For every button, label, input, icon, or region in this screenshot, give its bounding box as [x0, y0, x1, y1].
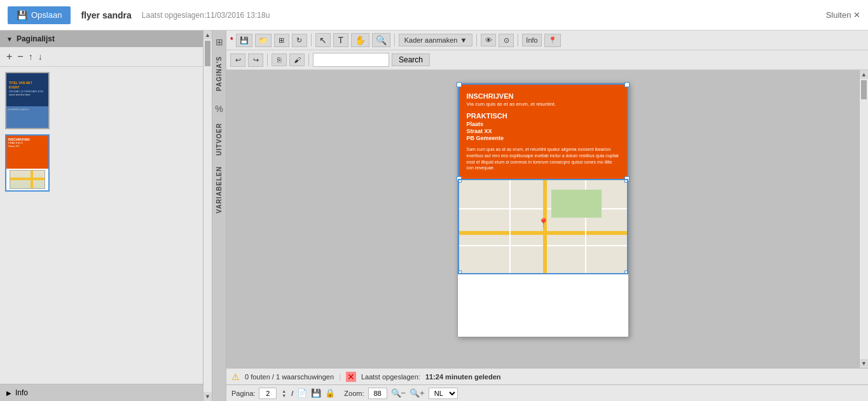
tab-paginas[interactable]: PAGINA'S [214, 52, 224, 95]
scroll-down-left[interactable]: ▼ [203, 392, 212, 401]
zoom-input[interactable] [368, 388, 387, 399]
zoom-in-btn[interactable]: 🔍+ [410, 388, 425, 398]
sep2 [394, 34, 395, 46]
editor-area: * 💾 📁 ⊞ ↻ ↖ T ✋ 🔍 Kader aanmaken ▼ 👁 ⊙ I… [226, 31, 868, 401]
toolbar1: * 💾 📁 ⊞ ↻ ↖ T ✋ 🔍 Kader aanmaken ▼ 👁 ⊙ I… [226, 31, 868, 50]
search-button[interactable]: Search [392, 53, 430, 66]
page-save-icon[interactable]: 💾 [311, 388, 321, 398]
block-line3: PB Gemeente [467, 135, 619, 141]
duplicate-icon-btn[interactable]: ⊞ [274, 34, 289, 47]
pin-btn[interactable]: 📍 [544, 34, 561, 47]
warning-icon: ⚠ [231, 372, 240, 382]
errors-text: 0 fouten / 1 waarschuwingen [245, 373, 334, 381]
page-doc-icon[interactable]: 📄 [297, 388, 307, 398]
copy-btn[interactable]: ⎘ [272, 53, 287, 66]
settings-btn[interactable]: ⊙ [499, 34, 514, 47]
info-section[interactable]: ▶ Info [0, 384, 203, 401]
redo-btn[interactable]: ↪ [248, 53, 263, 67]
sep6 [308, 53, 309, 66]
doc-title: flyer sandra [81, 10, 131, 20]
map-park [551, 190, 602, 218]
dropdown-arrow: ▼ [460, 36, 467, 44]
right-scrollbar: ▲ ▼ [859, 70, 868, 368]
page-lock-icon[interactable]: 🔒 [325, 388, 335, 398]
page-thumb-2[interactable]: 2 INSCHRIJVEN PRAKTISCH Straat XX [5, 134, 198, 192]
zoom-label: Zoom: [344, 390, 364, 397]
saved-time: 11:24 minuten geleden [425, 373, 501, 381]
paginalijst-label: Paginalijst [17, 34, 55, 43]
block-line2: Straat XX [467, 128, 619, 134]
map-sel-bl[interactable] [458, 271, 462, 274]
hand-tool-btn[interactable]: ✋ [351, 33, 369, 47]
page-input[interactable] [259, 388, 277, 399]
thumb-box-2: 2 INSCHRIJVEN PRAKTISCH Straat XX [5, 134, 50, 192]
map-road-v2 [509, 180, 511, 273]
info-btn[interactable]: Info [522, 34, 541, 46]
tab-strip: ⊞ PAGINA'S % UITVOER VARIABELEN [212, 31, 226, 401]
close-button[interactable]: Sluiten ✕ [826, 10, 860, 20]
scroll-up-left[interactable]: ▲ [203, 31, 212, 39]
tab-icon-mid[interactable]: % [215, 104, 223, 114]
info-label: Info [15, 388, 28, 397]
move-up-button[interactable]: ↑ [29, 52, 33, 62]
page-spin-up[interactable]: ▲ [280, 389, 287, 393]
select-tool-btn[interactable]: ↖ [315, 33, 331, 47]
zoom-tool-btn[interactable]: 🔍 [372, 33, 390, 47]
sep4 [518, 34, 518, 46]
sel-handle-tl[interactable] [457, 82, 462, 87]
add-page-button[interactable]: + [6, 51, 12, 62]
save-button[interactable]: 💾 Opslaan [8, 6, 71, 24]
doc-saved: Laatst opgeslagen:11/03/2016 13:18u [142, 11, 270, 20]
scroll-track-right [860, 79, 868, 359]
paginalijst-header[interactable]: ▼ Paginalijst [0, 31, 203, 47]
scroll-thumb-left[interactable] [205, 41, 210, 66]
map-sel-tr[interactable] [624, 179, 628, 183]
map-sel-tl[interactable] [458, 179, 462, 183]
tab-variabelen[interactable]: VARIABELEN [214, 162, 224, 217]
page-label: Pagina: [231, 390, 255, 397]
left-scrollbar: ▲ ▼ [203, 31, 212, 401]
block-body: Sam cum quis as et as erum, et reiuntint… [467, 146, 619, 171]
toolbar2: ↩ ↪ ⎘ 🖌 Search [226, 50, 868, 70]
saved-label: Laatst opgeslagen: [361, 373, 420, 381]
sep5 [267, 53, 268, 66]
scroll-thumb-right[interactable] [861, 80, 867, 99]
zoom-out-btn[interactable]: 🔍− [391, 388, 406, 398]
page-spin-down[interactable]: ▼ [280, 393, 287, 398]
map-sel-br[interactable] [624, 271, 628, 274]
sep3 [476, 34, 477, 46]
tab-icon-top[interactable]: ⊞ [216, 37, 223, 47]
folder-icon-btn[interactable]: 📁 [255, 34, 272, 47]
scroll-up-right[interactable]: ▲ [860, 70, 868, 79]
save-icon-btn[interactable]: 💾 [236, 34, 252, 47]
info-collapse-icon: ▶ [6, 390, 11, 397]
tab-uitvoer[interactable]: UITVOER [214, 119, 224, 159]
block-line1: Plaats [467, 121, 619, 127]
move-down-button[interactable]: ↓ [38, 52, 43, 62]
brush-btn[interactable]: 🖌 [289, 53, 305, 66]
map-inner: 📍 [459, 180, 627, 273]
error-x-icon: ✕ [346, 372, 356, 382]
sel-handle-tr[interactable] [624, 82, 630, 87]
page-divider: / [291, 390, 293, 397]
page-tools: + − ↑ ↓ [0, 47, 203, 67]
remove-page-button[interactable]: − [17, 51, 23, 62]
canvas-area: INSCHRIJVEN Via cum quis as et as erum, … [226, 70, 859, 368]
statusbar: ⚠ 0 fouten / 1 waarschuwingen | ✕ Laatst… [226, 368, 868, 384]
undo-btn[interactable]: ↩ [230, 53, 245, 67]
block-subtitle: Via cum quis as et as erum, et reiuntint… [467, 101, 619, 107]
asterisk-indicator: * [230, 36, 233, 45]
save-label: Opslaan [31, 10, 62, 20]
map-pin: 📍 [538, 218, 549, 228]
kader-dropdown[interactable]: Kader aanmaken ▼ [399, 34, 473, 46]
eye-btn[interactable]: 👁 [481, 34, 496, 46]
refresh-icon-btn[interactable]: ↻ [292, 34, 307, 47]
search-input[interactable] [313, 53, 389, 67]
scroll-down-right[interactable]: ▼ [860, 359, 868, 368]
page-spin: ▲ ▼ [280, 389, 287, 398]
thumb-box-1: 1 TITEL VAN HETEVENT VRIJDAG 16 FEBRUARI… [5, 72, 50, 129]
text-tool-btn[interactable]: T [333, 33, 348, 47]
page-thumb-1[interactable]: 1 TITEL VAN HETEVENT VRIJDAG 16 FEBRUARI… [5, 72, 198, 129]
collapse-icon: ▼ [6, 36, 13, 43]
lang-dropdown[interactable]: NL EN FR [429, 388, 458, 399]
